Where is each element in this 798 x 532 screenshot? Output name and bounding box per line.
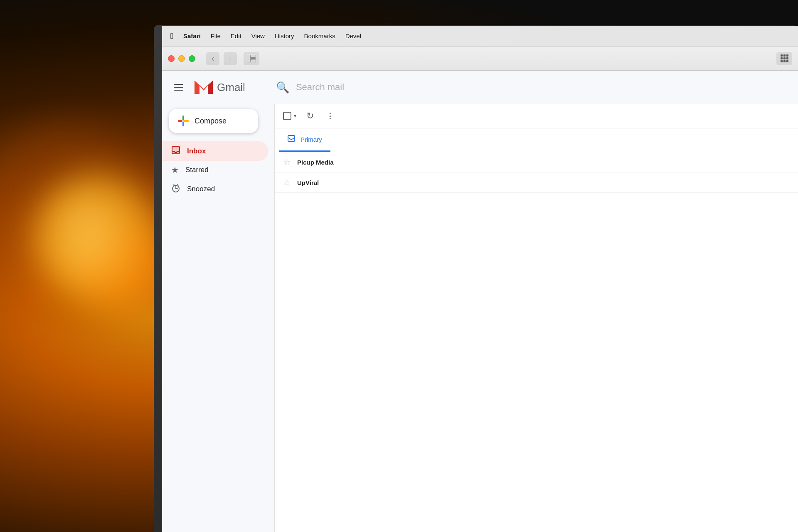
search-area[interactable]: 🔍 Search mail: [276, 81, 790, 94]
traffic-lights: [168, 55, 195, 62]
inbox-icon: [171, 145, 180, 157]
inbox-nav-item[interactable]: Inbox: [162, 141, 268, 161]
snoozed-nav-item[interactable]: Snoozed: [162, 179, 274, 199]
more-options-button[interactable]: ⋮: [324, 109, 337, 123]
gmail-logo: Gmail: [193, 79, 245, 96]
gmail-sidebar: Compose Inbox ★ Starred: [162, 104, 274, 532]
svg-rect-8: [172, 146, 180, 154]
inbox-label: Inbox: [187, 147, 206, 155]
starred-icon: ★: [171, 165, 179, 175]
safari-menu-item[interactable]: Safari: [183, 32, 201, 39]
back-button[interactable]: ‹: [206, 52, 219, 65]
snoozed-icon: [171, 183, 180, 195]
hamburger-icon: [174, 87, 183, 88]
email-list: ☆ Picup Media ☆ UpViral: [275, 152, 798, 193]
svg-line-13: [177, 184, 178, 185]
apple-menu-icon[interactable]: : [170, 32, 173, 41]
hamburger-icon: [174, 90, 183, 91]
forward-button[interactable]: ›: [224, 52, 237, 65]
compose-label: Compose: [195, 117, 227, 126]
hamburger-icon: [174, 84, 183, 85]
svg-marker-5: [195, 81, 204, 94]
main-menu-button[interactable]: [170, 79, 187, 96]
compose-plus-icon: [178, 116, 189, 126]
search-placeholder: Search mail: [296, 82, 344, 93]
compose-button[interactable]: Compose: [169, 109, 258, 133]
file-menu-item[interactable]: File: [211, 32, 221, 39]
primary-tab-icon: [287, 134, 296, 145]
starred-nav-item[interactable]: ★ Starred: [162, 161, 274, 179]
snoozed-label: Snoozed: [187, 185, 215, 193]
email-sender: Picup Media: [297, 159, 380, 166]
view-menu-item[interactable]: View: [251, 32, 265, 39]
starred-label: Starred: [185, 166, 209, 174]
bokeh-glow-accent: [58, 200, 121, 274]
edit-menu-item[interactable]: Edit: [231, 32, 241, 39]
star-icon[interactable]: ☆: [283, 177, 291, 187]
maximize-button[interactable]: [189, 55, 195, 62]
tab-overview-button[interactable]: [776, 52, 792, 65]
gmail-wordmark: Gmail: [217, 81, 245, 94]
select-dropdown-arrow[interactable]: ▾: [294, 113, 296, 119]
email-sender: UpViral: [297, 179, 380, 186]
grid-icon: [781, 54, 788, 62]
primary-tab[interactable]: Primary: [279, 128, 330, 152]
sidebar-icon: [247, 55, 256, 62]
inbox-tabs: Primary: [275, 128, 798, 152]
minimize-button[interactable]: [178, 55, 185, 62]
gmail-m-icon: [193, 79, 214, 96]
bookmarks-menu-item[interactable]: Bookmarks: [304, 32, 335, 39]
close-button[interactable]: [168, 55, 175, 62]
checkbox-box: [283, 112, 291, 120]
select-checkbox[interactable]: ▾: [283, 112, 296, 120]
gmail-header: Gmail 🔍 Search mail: [162, 71, 798, 104]
email-toolbar: ▾ ↻ ⋮: [275, 104, 798, 128]
search-icon: 🔍: [276, 81, 289, 94]
compose-button-wrap: Compose: [162, 107, 274, 141]
svg-marker-6: [204, 81, 213, 94]
svg-rect-0: [247, 55, 250, 62]
email-row[interactable]: ☆ Picup Media: [275, 152, 798, 172]
email-main-panel: ▾ ↻ ⋮ Primary: [274, 104, 798, 532]
star-icon[interactable]: ☆: [283, 157, 291, 167]
refresh-button[interactable]: ↻: [304, 108, 316, 124]
gmail-body: Compose Inbox ★ Starred: [162, 104, 798, 532]
primary-tab-label: Primary: [300, 136, 322, 143]
develop-menu-item[interactable]: Devel: [345, 32, 361, 39]
email-row[interactable]: ☆ UpViral: [275, 172, 798, 193]
svg-line-12: [173, 184, 174, 185]
sidebar-toggle-button[interactable]: [244, 52, 259, 65]
history-menu-item[interactable]: History: [275, 32, 294, 39]
